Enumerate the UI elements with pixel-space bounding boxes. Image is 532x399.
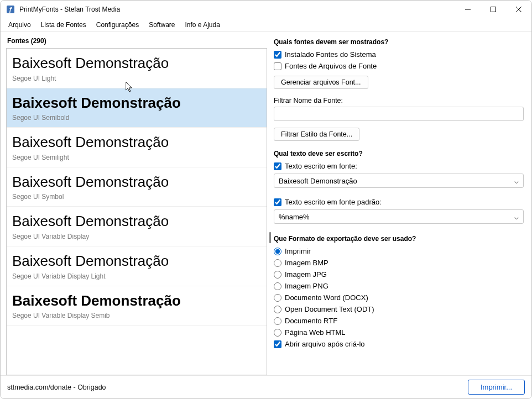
radio-docx-label: Documento Word (DOCX) <box>285 293 368 302</box>
menu-info[interactable]: Info e Ajuda <box>181 19 225 30</box>
radio-html-row[interactable]: Página Web HTML <box>274 328 524 337</box>
titlebar: ƒ PrintMyFonts - Stefan Trost Media <box>1 1 531 18</box>
font-count-header: Fontes (290) <box>6 37 272 48</box>
radio-jpg-row[interactable]: Imagem JPG <box>274 270 524 279</box>
font-list-item[interactable]: Baixesoft DemonstraçãoSegoe UI Light <box>7 49 267 88</box>
chk-installed[interactable] <box>274 51 281 59</box>
font-list[interactable]: Baixesoft DemonstraçãoSegoe UI LightBaix… <box>6 48 267 375</box>
font-sample-text: Baixesoft Demonstração <box>12 134 261 150</box>
radio-html[interactable] <box>274 329 281 337</box>
font-sample-text: Baixesoft Demonstração <box>12 213 261 229</box>
font-sample-text: Baixesoft Demonstração <box>12 174 261 190</box>
minimize-button[interactable] <box>455 1 481 18</box>
radio-jpg[interactable] <box>274 271 281 279</box>
maximize-button[interactable] <box>481 1 506 18</box>
chk-open-after-label: Abrir arquivo após criá-lo <box>285 340 365 348</box>
radio-bmp-label: Imagem BMP <box>285 259 328 267</box>
font-sample-text: Baixesoft Demonstração <box>12 95 261 111</box>
radio-odt[interactable] <box>274 306 281 313</box>
font-name-label: Segoe UI Light <box>12 75 261 82</box>
radio-html-label: Página Web HTML <box>285 328 346 337</box>
combo-text-std[interactable]: %name% ⌵ <box>274 209 524 224</box>
radio-odt-row[interactable]: Open Document Text (ODT) <box>274 305 524 313</box>
font-list-item[interactable]: Baixesoft DemonstraçãoSegoe UI Semilight <box>7 128 267 167</box>
radio-png[interactable] <box>274 282 281 290</box>
radio-jpg-label: Imagem JPG <box>285 270 327 279</box>
radio-print[interactable] <box>274 248 281 255</box>
font-name-label: Segoe UI Variable Display Light <box>12 272 261 280</box>
radio-png-label: Imagem PNG <box>285 282 328 290</box>
radio-print-label: Imprimir <box>285 247 311 255</box>
close-button[interactable] <box>506 1 531 18</box>
chk-installed-label: Instalado Fontes do Sistema <box>285 50 376 59</box>
print-button[interactable]: Imprimir... <box>468 380 525 395</box>
radio-bmp-row[interactable]: Imagem BMP <box>274 259 524 267</box>
chk-files[interactable] <box>274 62 281 70</box>
chk-open-after[interactable] <box>274 340 281 348</box>
font-list-item[interactable]: Baixesoft DemonstraçãoSegoe UI Variable … <box>7 207 267 246</box>
manage-font-files-button[interactable]: Gerenciar arquivos Font... <box>274 76 368 89</box>
chk-text-std-label: Texto escrito em fonte padrão: <box>285 198 382 206</box>
svg-rect-3 <box>491 7 496 12</box>
chk-files-label: Fontes de Arquivos de Fonte <box>285 62 377 70</box>
chevron-down-icon: ⌵ <box>514 177 519 185</box>
font-name-label: Segoe UI Variable Display Semib <box>12 312 261 319</box>
radio-rtf[interactable] <box>274 317 281 325</box>
menu-software[interactable]: Software <box>144 19 179 30</box>
status-text: sttmedia.com/donate - Obrigado <box>7 384 106 391</box>
chevron-down-icon: ⌵ <box>514 213 519 221</box>
section-which-fonts: Quais fontes devem ser mostrados? <box>274 38 524 46</box>
menu-config[interactable]: Configurações <box>92 19 143 30</box>
combo-text-std-value: %name% <box>279 213 310 221</box>
combo-text-font[interactable]: Baixesoft Demonstração ⌵ <box>274 174 524 188</box>
section-which-text: Qual texto deve ser escrito? <box>274 150 524 158</box>
filter-name-label: Filtrar Nome da Fonte: <box>274 97 524 104</box>
radio-rtf-label: Documento RTF <box>285 317 337 325</box>
chk-files-row[interactable]: Fontes de Arquivos de Fonte <box>274 62 524 70</box>
chk-text-std-row[interactable]: Texto escrito em fonte padrão: <box>274 198 524 206</box>
radio-bmp[interactable] <box>274 259 281 267</box>
font-name-label: Segoe UI Semibold <box>12 114 261 122</box>
filter-style-button[interactable]: Filtrar Estilo da Fonte... <box>274 128 359 141</box>
chk-installed-row[interactable]: Instalado Fontes do Sistema <box>274 50 524 59</box>
radio-docx[interactable] <box>274 294 281 302</box>
font-sample-text: Baixesoft Demonstração <box>12 55 261 71</box>
svg-text:ƒ: ƒ <box>9 6 12 13</box>
menu-fontlist[interactable]: Lista de Fontes <box>36 19 91 30</box>
window-title: PrintMyFonts - Stefan Trost Media <box>19 6 120 13</box>
radio-png-row[interactable]: Imagem PNG <box>274 282 524 290</box>
font-list-item[interactable]: Baixesoft DemonstraçãoSegoe UI Variable … <box>7 286 267 326</box>
radio-print-row[interactable]: Imprimir <box>274 247 524 255</box>
combo-text-font-value: Baixesoft Demonstração <box>279 177 357 185</box>
font-list-item[interactable]: Baixesoft DemonstraçãoSegoe UI Semibold <box>7 88 267 128</box>
chk-text-font[interactable] <box>274 162 281 170</box>
radio-docx-row[interactable]: Documento Word (DOCX) <box>274 293 524 302</box>
menubar: Arquivo Lista de Fontes Configurações So… <box>1 18 531 32</box>
font-list-item[interactable]: Baixesoft DemonstraçãoSegoe UI Symbol <box>7 167 267 207</box>
font-sample-text: Baixesoft Demonstração <box>12 293 261 309</box>
menu-file[interactable]: Arquivo <box>4 19 35 30</box>
font-name-label: Segoe UI Symbol <box>12 193 261 201</box>
right-panel: Quais fontes devem ser mostrados? Instal… <box>272 32 531 375</box>
font-sample-text: Baixesoft Demonstração <box>12 253 261 269</box>
font-name-label: Segoe UI Variable Display <box>12 233 261 240</box>
font-list-item[interactable]: Baixesoft DemonstraçãoSegoe UI Variable … <box>7 246 267 286</box>
section-export-format: Que Formato de exportação deve ser usado… <box>274 235 524 243</box>
radio-odt-label: Open Document Text (ODT) <box>285 305 374 313</box>
content: Fontes (290) Baixesoft DemonstraçãoSegoe… <box>1 32 531 375</box>
filter-name-input[interactable] <box>274 107 524 121</box>
splitter-handle[interactable] <box>269 232 271 243</box>
chk-text-std[interactable] <box>274 198 281 206</box>
left-panel: Fontes (290) Baixesoft DemonstraçãoSegoe… <box>1 32 272 375</box>
app-icon: ƒ <box>6 5 15 14</box>
chk-text-font-row[interactable]: Texto escrito em fonte: <box>274 162 524 170</box>
chk-text-font-label: Texto escrito em fonte: <box>285 162 357 170</box>
chk-open-after-row[interactable]: Abrir arquivo após criá-lo <box>274 340 524 348</box>
radio-rtf-row[interactable]: Documento RTF <box>274 317 524 325</box>
statusbar: sttmedia.com/donate - Obrigado Imprimir.… <box>1 375 531 398</box>
font-name-label: Segoe UI Semilight <box>12 154 261 161</box>
